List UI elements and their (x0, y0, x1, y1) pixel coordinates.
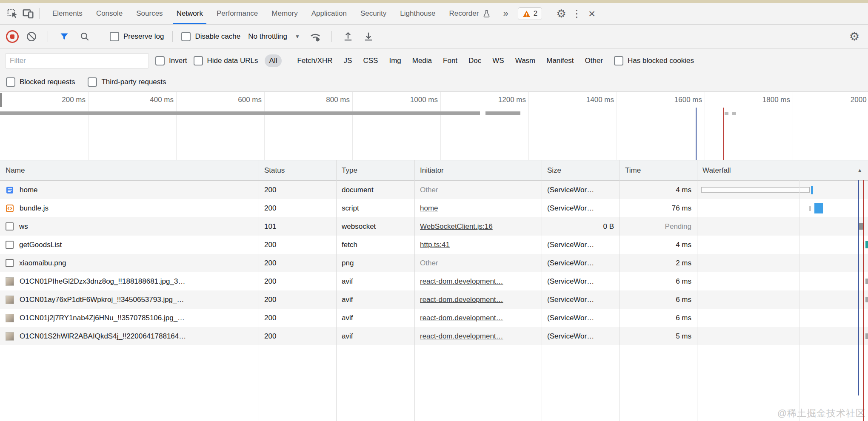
issues-badge[interactable]: 2 (518, 7, 542, 20)
waterfall-cell (697, 199, 868, 217)
column-header-type[interactable]: Type (336, 160, 414, 180)
hide-data-urls-checkbox[interactable]: Hide data URLs (194, 56, 258, 65)
request-row[interactable]: ws101websocketWebSocketClient.js:160 BPe… (0, 217, 868, 236)
ruler-label: 600 ms (238, 96, 264, 104)
status-value: 200 (264, 314, 276, 322)
tab-label: Console (96, 9, 123, 18)
tab-label: Memory (271, 9, 297, 18)
network-conditions-icon[interactable] (308, 29, 323, 44)
column-separator[interactable] (697, 160, 697, 421)
initiator-link[interactable]: WebSocketClient.js:16 (420, 222, 493, 231)
network-overview[interactable]: 200 ms400 ms600 ms800 ms1000 ms1200 ms14… (0, 92, 868, 160)
tab-lighthouse[interactable]: Lighthouse (393, 3, 442, 24)
request-row[interactable]: home200documentOther(ServiceWor…4 ms (0, 181, 868, 199)
close-devtools-button[interactable]: ✕ (584, 6, 600, 21)
initiator-link[interactable]: react-dom.development… (420, 314, 503, 322)
size-value: (ServiceWor… (547, 241, 594, 249)
filter-chip-fetchxhr[interactable]: Fetch/XHR (292, 54, 337, 67)
filter-chip-manifest[interactable]: Manifest (542, 54, 578, 67)
blocked-requests-checkbox[interactable]: Blocked requests (6, 77, 75, 87)
filter-input[interactable] (5, 53, 149, 68)
request-row[interactable]: O1CN01ay76xP1dtF6Wpkroj_!!3450653793.jpg… (0, 290, 868, 309)
column-header-initiator[interactable]: Initiator (414, 160, 542, 180)
initiator-link[interactable]: http.ts:41 (420, 241, 450, 249)
filter-chip-doc[interactable]: Doc (464, 54, 486, 67)
column-separator[interactable] (414, 160, 415, 421)
column-separator[interactable] (336, 160, 337, 421)
flask-icon (482, 9, 491, 18)
column-separator[interactable] (259, 160, 259, 421)
import-har-icon[interactable] (340, 29, 356, 44)
tab-application[interactable]: Application (305, 3, 354, 24)
request-row[interactable]: bundle.js200scripthome(ServiceWor…76 ms (0, 199, 868, 217)
initiator-link[interactable]: home (420, 204, 438, 213)
third-party-requests-checkbox[interactable]: Third-party requests (88, 77, 166, 87)
filter-chip-media[interactable]: Media (408, 54, 437, 67)
column-separator[interactable] (620, 160, 620, 421)
overview-left-handle[interactable] (0, 93, 2, 107)
request-row[interactable]: O1CN01S2hWlR2ABAIQkdS4j_!!2200641788164…… (0, 327, 868, 345)
size-value: (ServiceWor… (547, 259, 594, 267)
filter-chip-all[interactable]: All (265, 54, 282, 67)
time-cell: 4 ms (620, 236, 697, 254)
filter-chip-js[interactable]: JS (339, 54, 357, 67)
column-header-name[interactable]: Name (0, 160, 259, 180)
disable-cache-checkbox[interactable]: Disable cache (181, 32, 240, 41)
request-row[interactable]: O1CN01j2j7RY1nab4Zj6HNu_!!3570785106.jpg… (0, 309, 868, 327)
tab-sources[interactable]: Sources (129, 3, 169, 24)
export-har-icon[interactable] (361, 29, 376, 44)
clear-button[interactable] (24, 29, 39, 44)
filter-chip-wasm[interactable]: Wasm (511, 54, 540, 67)
filter-chip-other[interactable]: Other (580, 54, 608, 67)
checkbox (88, 77, 97, 87)
column-header-status[interactable]: Status (259, 160, 336, 180)
tab-network[interactable]: Network (170, 3, 210, 24)
status-value: 200 (264, 241, 276, 249)
network-settings-icon[interactable]: ⚙ (847, 29, 862, 44)
size-cell: (ServiceWor… (542, 181, 620, 199)
initiator-link[interactable]: react-dom.development… (420, 296, 503, 304)
more-tabs-button[interactable]: » (498, 8, 513, 19)
request-row[interactable]: xiaomaibu.png200pngOther(ServiceWor…2 ms (0, 254, 868, 272)
kebab-menu-button[interactable]: ⋮ (569, 6, 584, 21)
tab-security[interactable]: Security (354, 3, 393, 24)
settings-button[interactable]: ⚙ (554, 6, 569, 21)
request-row[interactable]: getGoodsList200fetchhttp.ts:41(ServiceWo… (0, 236, 868, 254)
type-value: websocket (342, 222, 376, 231)
request-name: O1CN01j2j7RY1nab4Zj6HNu_!!3570785106.jpg… (20, 314, 185, 322)
filter-chip-img[interactable]: Img (384, 54, 405, 67)
column-label: Waterfall (702, 166, 731, 175)
column-header-time[interactable]: Time (620, 160, 697, 180)
preserve-log-checkbox[interactable]: Preserve log (110, 32, 164, 41)
request-row[interactable]: O1CN01PIheGl2Dzx3dnz8og_!!188188681.jpg_… (0, 272, 868, 290)
type-value: avif (342, 277, 353, 286)
time-cell: 5 ms (620, 327, 697, 345)
tab-recorder[interactable]: Recorder (443, 3, 498, 24)
request-name: ws (19, 222, 28, 231)
tab-performance[interactable]: Performance (210, 3, 265, 24)
search-icon[interactable] (77, 29, 92, 44)
has-blocked-cookies-checkbox[interactable]: Has blocked cookies (614, 56, 694, 65)
type-value: document (342, 186, 374, 194)
initiator-link[interactable]: react-dom.development… (420, 277, 503, 286)
initiator-value: Other (420, 259, 438, 267)
filter-chip-ws[interactable]: WS (488, 54, 508, 67)
column-header-size[interactable]: Size (542, 160, 620, 180)
initiator-link[interactable]: react-dom.development… (420, 332, 503, 341)
column-separator[interactable] (542, 160, 542, 421)
inspect-element-icon[interactable] (5, 6, 20, 21)
tab-elements[interactable]: Elements (46, 3, 89, 24)
column-header-waterfall[interactable]: Waterfall▲ (697, 160, 868, 180)
tab-console[interactable]: Console (89, 3, 129, 24)
filter-chip-font[interactable]: Font (438, 54, 462, 67)
throttling-dropdown[interactable]: No throttling ▼ (246, 32, 303, 41)
tab-label: Security (360, 9, 386, 18)
filter-chip-css[interactable]: CSS (358, 54, 383, 67)
record-button[interactable] (6, 30, 19, 43)
request-icon (6, 259, 14, 267)
device-toolbar-icon[interactable] (20, 6, 36, 21)
invert-checkbox[interactable]: Invert (155, 56, 187, 65)
status-cell: 101 (259, 217, 336, 236)
tab-memory[interactable]: Memory (265, 3, 304, 24)
filter-toggle-icon[interactable] (57, 29, 72, 44)
